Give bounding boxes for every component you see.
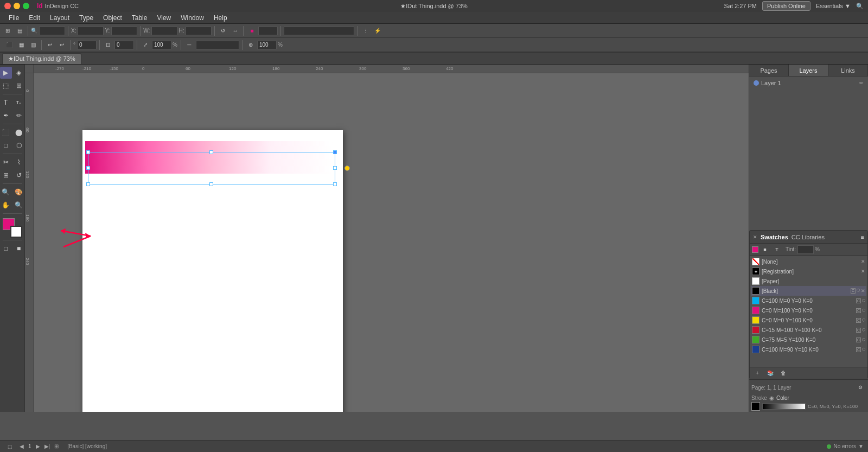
menu-table[interactable]: Table: [127, 13, 152, 23]
layer-edit-icon[interactable]: ✏: [859, 80, 864, 86]
swatch-cyan[interactable]: C=100 M=0 Y=0 K=0 C ⬡: [751, 296, 866, 305]
type-tool[interactable]: T: [0, 97, 12, 109]
pencil-tool[interactable]: ✏: [13, 110, 25, 122]
smooth-tool[interactable]: ⌇: [13, 156, 25, 168]
swatch-none[interactable]: [None] ✕: [751, 257, 866, 266]
menu-layout[interactable]: Layout: [46, 13, 74, 23]
preview-mode-button[interactable]: ■: [13, 243, 25, 254]
h-input[interactable]: 4750: [186, 27, 212, 35]
swatch-stroke-btn[interactable]: T: [771, 245, 782, 254]
swatch-yellow[interactable]: C=0 M=0 Y=100 K=0 C ⬡: [751, 315, 866, 325]
shear-button[interactable]: ⊡: [103, 40, 113, 50]
prev-page-btn[interactable]: ◀: [20, 443, 24, 449]
w-input[interactable]: 590: [151, 27, 177, 35]
rotate-180-button[interactable]: ↩: [56, 40, 67, 50]
color-theme-tool[interactable]: 🎨: [13, 186, 25, 198]
align-left-button[interactable]: ⬛: [4, 40, 15, 50]
fill-indicator[interactable]: [752, 246, 758, 253]
rotate-button[interactable]: ↺: [218, 26, 228, 36]
opacity-input[interactable]: [257, 41, 277, 49]
handle-tl[interactable]: [86, 150, 90, 154]
swatch-registration[interactable]: ✚ [Registration] ✕: [751, 266, 866, 276]
swatch-red[interactable]: C=15 M=100 Y=100 K=0 C ⬡: [751, 325, 866, 335]
handle-br[interactable]: [333, 182, 337, 186]
handle-bc[interactable]: [209, 182, 213, 186]
stroke-style-input[interactable]: [196, 41, 239, 49]
doc-tab[interactable]: ★IDut Thing.indd @ 73%: [2, 53, 81, 64]
swatch-delete-black[interactable]: ✕: [861, 288, 865, 294]
zoom-tool[interactable]: 🔍: [13, 199, 25, 211]
swatch-green[interactable]: C=75 M=5 Y=100 K=0 C ⬡: [751, 335, 866, 345]
poly-tool[interactable]: ⬡: [13, 139, 25, 151]
menu-view[interactable]: View: [152, 13, 175, 23]
direct-select-tool[interactable]: ◈: [13, 67, 25, 79]
delete-swatch-button[interactable]: 🗑: [778, 368, 789, 379]
tint-input[interactable]: 100: [797, 245, 814, 254]
hand-tool[interactable]: ✋: [0, 199, 12, 211]
page-settings-btn[interactable]: ⚙: [855, 382, 866, 393]
handle-bl[interactable]: [86, 182, 90, 186]
layer-item[interactable]: Layer 1 ✏: [751, 79, 866, 87]
swatch-library-button[interactable]: 📚: [765, 368, 776, 379]
current-color-swatch[interactable]: [751, 402, 760, 411]
more-options-button[interactable]: ⋮: [360, 26, 371, 36]
menu-edit[interactable]: Edit: [24, 13, 44, 23]
handle-ml[interactable]: [86, 166, 90, 170]
rect-tool[interactable]: □: [0, 139, 12, 151]
preflight-btn[interactable]: ⬚: [4, 441, 15, 452]
align-center-button[interactable]: ▦: [16, 40, 27, 50]
opacity-button[interactable]: ⊕: [245, 40, 256, 50]
errors-menu[interactable]: ▼: [858, 443, 864, 449]
stroke-style-button[interactable]: ─: [184, 40, 195, 50]
select-tool[interactable]: ▶: [0, 67, 12, 79]
menu-window[interactable]: Window: [176, 13, 208, 23]
swatch-paper[interactable]: [Paper]: [751, 276, 866, 286]
menu-help[interactable]: Help: [209, 13, 232, 23]
swatch-blue[interactable]: C=100 M=90 Y=10 K=0 C ⬡: [751, 345, 866, 354]
stroke-color-button[interactable]: ■: [246, 26, 257, 36]
swatch-delete-icon[interactable]: ✕: [861, 259, 865, 264]
gradient-box-top[interactable]: [85, 141, 333, 174]
rotate-angle-input[interactable]: [77, 41, 97, 49]
new-swatch-button[interactable]: +: [752, 368, 763, 379]
layer-visibility-icon[interactable]: [754, 80, 759, 86]
menu-object[interactable]: Object: [99, 13, 126, 23]
menu-type[interactable]: Type: [75, 13, 98, 23]
panel-toggle-button[interactable]: ⚡: [372, 26, 383, 36]
handle-tc[interactable]: [209, 150, 213, 154]
ellipse-frame-tool[interactable]: ⬤: [13, 126, 25, 138]
fullscreen-button[interactable]: [23, 3, 29, 9]
rotate-tool[interactable]: ↺: [13, 169, 25, 181]
rotate-90-button[interactable]: ↩: [44, 40, 55, 50]
handle-tr[interactable]: [333, 150, 337, 154]
tools-toggle-button[interactable]: ⊞: [2, 26, 13, 36]
minimize-button[interactable]: [14, 3, 20, 9]
page-flip-btn[interactable]: ⊞: [54, 443, 59, 449]
gap-tool[interactable]: ⊞: [13, 80, 25, 92]
swatch-magenta[interactable]: C=0 M=100 Y=0 K=0 C ⬡: [751, 305, 866, 315]
distribute-button[interactable]: ▥: [28, 40, 39, 50]
stroke-swatch[interactable]: [10, 226, 22, 238]
rect-frame-tool[interactable]: ⬛: [0, 126, 12, 138]
gradient-stop-handle[interactable]: [344, 165, 350, 171]
tab-links[interactable]: Links: [828, 65, 868, 76]
flip-h-button[interactable]: ↔: [229, 26, 240, 36]
layout-view-button[interactable]: ▤: [14, 26, 25, 36]
next-page-btn[interactable]: ▶: [36, 443, 40, 449]
search-icon[interactable]: 🔍: [856, 3, 864, 10]
scale-input[interactable]: [152, 41, 171, 49]
x-input[interactable]: 0: [78, 27, 104, 35]
essentials-button[interactable]: Essentials ▼: [816, 3, 851, 9]
swatches-tab[interactable]: Swatches: [761, 234, 788, 240]
normal-mode-button[interactable]: □: [0, 243, 12, 254]
scale-button[interactable]: ⤢: [140, 40, 151, 50]
eyedropper-tool[interactable]: 🔍: [0, 186, 12, 198]
traffic-lights[interactable]: [4, 3, 29, 9]
close-swatches-icon[interactable]: ✕: [753, 234, 757, 240]
zoom-input[interactable]: 73.4%: [39, 27, 65, 35]
handle-mr[interactable]: [333, 166, 337, 170]
last-page-btn[interactable]: ▶|: [44, 443, 50, 449]
publish-online-button[interactable]: Publish Online: [762, 1, 810, 11]
page-tool[interactable]: ⬚: [0, 80, 12, 92]
swatch-fill-btn[interactable]: ■: [760, 245, 770, 254]
